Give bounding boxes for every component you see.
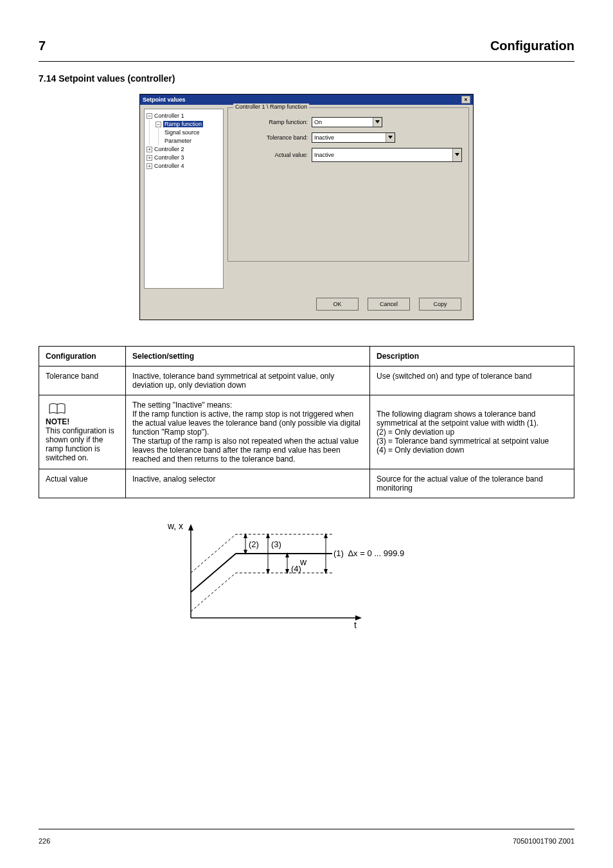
footer-rule	[39, 829, 574, 829]
cell-configuration: Actual value	[39, 469, 126, 498]
expander-plus-icon[interactable]: +	[147, 147, 152, 152]
svg-marker-13	[266, 569, 270, 574]
svg-marker-1	[388, 136, 393, 139]
xlabel: t	[354, 620, 357, 630]
page-title: 7.14 Setpoint values (controller)	[39, 73, 574, 84]
combo-ramp-function-value: On	[314, 119, 322, 125]
combo-tolerance-band-value: Inactive	[314, 134, 334, 141]
label-ramp-function: Ramp function:	[235, 119, 312, 125]
tolerance-band-diagram: w, x t w (2) (3) (4)	[165, 515, 448, 633]
tree-item-parameter[interactable]: Parameter	[164, 137, 221, 145]
note-text: The setting "Inactive" means:	[132, 401, 232, 410]
svg-marker-5	[188, 524, 193, 530]
table-row: NOTE! This configuration is shown only i…	[39, 395, 574, 469]
cell-description: Source for the actual value of the toler…	[370, 469, 574, 498]
cell-selection: Inactive, analog selector	[126, 469, 370, 498]
tree-item-signal-source[interactable]: Signal source	[164, 129, 221, 137]
note-text: (4) = Only deviation down	[377, 446, 464, 455]
tree-item-ramp[interactable]: Ramp function	[163, 121, 203, 127]
svg-marker-16	[285, 569, 289, 574]
groupbox-ramp-function: Controller 1 \ Ramp function Ramp functi…	[227, 107, 469, 262]
table-row: Tolerance band Inactive, tolerance band …	[39, 366, 574, 395]
header-rule	[39, 61, 574, 62]
cell-note-right: The following diagram shows a tolerance …	[370, 395, 574, 469]
svg-marker-2	[455, 153, 459, 156]
tree-item-c2[interactable]: Controller 2	[154, 146, 184, 152]
cell-description: Use (switched on) and type of tolerance …	[370, 366, 574, 395]
expander-plus-icon[interactable]: +	[147, 163, 152, 169]
note-text: If the ramp function is active, the ramp…	[132, 410, 360, 437]
expander-plus-icon[interactable]: +	[147, 155, 152, 161]
chevron-down-icon[interactable]	[452, 149, 461, 161]
note-text: The following diagram shows a tolerance …	[377, 410, 538, 428]
cell-note-middle: The setting "Inactive" means: If the ram…	[126, 395, 370, 469]
expander-minus-icon[interactable]: −	[147, 113, 152, 119]
groupbox-legend: Controller 1 \ Ramp function	[233, 104, 309, 110]
expander-minus-icon[interactable]: −	[155, 122, 161, 127]
table-row: Actual value Inactive, analog selector S…	[39, 469, 574, 498]
combo-actual-value[interactable]: Inactive	[312, 148, 462, 162]
note-label: NOTE!	[46, 417, 69, 426]
copy-button[interactable]: Copy	[419, 298, 461, 311]
cell-note-left: NOTE! This configuration is shown only i…	[39, 395, 126, 469]
th-description: Description	[370, 347, 574, 366]
combo-actual-value-value: Inactive	[314, 152, 334, 158]
close-icon[interactable]: ×	[461, 96, 470, 104]
note-text: The startup of the ramp is also not repe…	[132, 437, 359, 464]
annot-3: (3)	[271, 539, 281, 549]
svg-marker-0	[375, 120, 380, 123]
tree-item-c4[interactable]: Controller 4	[154, 163, 184, 169]
th-configuration: Configuration	[39, 347, 126, 366]
tree-panel[interactable]: −Controller 1 −Ramp function Signal sour…	[144, 109, 224, 289]
section-title: Configuration	[490, 39, 574, 53]
dialog-title-text: Setpoint values	[143, 96, 186, 103]
annot-2: (2)	[249, 539, 259, 549]
chevron-down-icon[interactable]	[386, 133, 395, 142]
page-number: 226	[39, 837, 50, 845]
svg-marker-18	[324, 533, 328, 538]
doc-code: 70501001T90 Z001	[513, 837, 574, 845]
note-text: (2) = Only deviation up	[377, 428, 454, 437]
config-table: Configuration Selection/setting Descript…	[39, 346, 574, 498]
svg-marker-12	[266, 533, 270, 538]
cancel-button[interactable]: Cancel	[368, 298, 410, 311]
annot-1: (1) Δx = 0 ... 999.9	[333, 548, 404, 558]
svg-marker-9	[244, 533, 247, 538]
combo-ramp-function[interactable]: On	[312, 117, 382, 127]
note-text: This configuration is shown only if the …	[46, 426, 114, 462]
setpoint-dialog: Setpoint values × −Controller 1 −Ramp fu…	[139, 94, 474, 320]
label-tolerance-band: Tolerance band:	[235, 134, 312, 141]
book-icon	[48, 402, 66, 415]
svg-marker-19	[324, 569, 328, 574]
cell-selection: Inactive, tolerance band symmetrical at …	[126, 366, 370, 395]
th-selection: Selection/setting	[126, 347, 370, 366]
note-text: (3) = Tolerance band symmetrical at setp…	[377, 437, 549, 446]
section-number: 7	[39, 39, 46, 53]
ok-button[interactable]: OK	[316, 298, 359, 311]
tree-item-c3[interactable]: Controller 3	[154, 154, 184, 161]
chevron-down-icon[interactable]	[373, 118, 382, 127]
annot-4: (4)	[291, 564, 301, 574]
cell-configuration: Tolerance band	[39, 366, 126, 395]
tree-item-c1[interactable]: Controller 1	[154, 113, 184, 119]
combo-tolerance-band[interactable]: Inactive	[312, 132, 395, 143]
label-actual-value: Actual value:	[235, 152, 312, 158]
ylabel: w, x	[167, 521, 183, 531]
